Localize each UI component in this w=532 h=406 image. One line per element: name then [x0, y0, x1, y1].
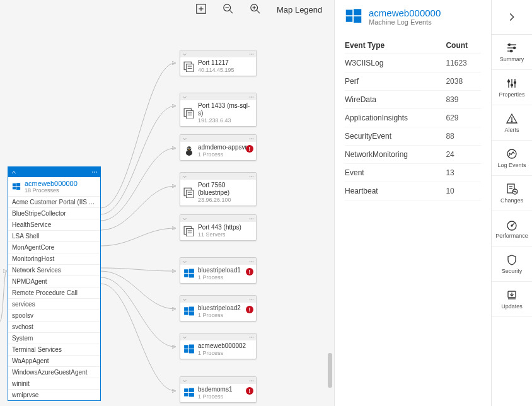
- rail-changes[interactable]: Changes: [492, 176, 532, 211]
- dependency-node[interactable]: acmeweb0000021 Process: [180, 333, 257, 359]
- rail-performance[interactable]: Performance: [492, 211, 532, 246]
- count-cell: 13: [446, 164, 481, 182]
- event-type-cell: WireData: [345, 91, 446, 109]
- dots-icon[interactable]: [249, 378, 254, 383]
- chevron-up-icon[interactable]: [11, 169, 17, 175]
- dots-icon[interactable]: [249, 174, 254, 179]
- rail-label: Updates: [501, 303, 523, 310]
- dots-icon[interactable]: [249, 52, 254, 57]
- process-item[interactable]: NPMDAgent: [8, 276, 100, 287]
- table-row[interactable]: SecurityEvent88: [345, 127, 481, 146]
- machine-card[interactable]: acmeweb000000 18 Processes Acme Customer…: [8, 166, 101, 401]
- process-item[interactable]: HealthService: [8, 219, 100, 230]
- chevron-down-icon[interactable]: [182, 259, 187, 264]
- rail-label: Summary: [500, 56, 524, 62]
- svg-line-46: [257, 11, 260, 14]
- rail-summary[interactable]: Summary: [492, 35, 532, 70]
- dots-icon[interactable]: [249, 216, 254, 221]
- win-icon: [183, 306, 195, 317]
- process-list: Acme Customer Portal (IIS App …BlueStrip…: [8, 196, 100, 400]
- chevron-down-icon[interactable]: [182, 174, 187, 179]
- chevron-down-icon[interactable]: [182, 378, 187, 383]
- rail-properties[interactable]: Properties: [492, 70, 532, 105]
- chevron-down-icon[interactable]: [182, 335, 187, 340]
- error-badge[interactable]: !: [246, 387, 253, 395]
- chevron-down-icon[interactable]: [182, 52, 187, 57]
- scrollbar-thumb[interactable]: [328, 353, 332, 388]
- event-type-cell: Perf: [345, 72, 446, 91]
- machine-sub: 18 Processes: [25, 187, 78, 194]
- process-item[interactable]: svchost: [8, 321, 100, 332]
- dependency-node[interactable]: Port 1433 (ms-sql-s)191.238.6.43: [180, 93, 257, 127]
- process-item[interactable]: wmiprvse: [8, 389, 100, 400]
- map-legend-link[interactable]: Map Legend: [277, 5, 322, 14]
- process-item[interactable]: BlueStripeCollector: [8, 207, 100, 219]
- rail-security[interactable]: Security: [492, 246, 532, 282]
- process-item[interactable]: Remote Procedure Call: [8, 287, 100, 298]
- dependency-node[interactable]: Port 1121740.114.45.195: [180, 50, 257, 76]
- rail-logevents[interactable]: Log Events: [492, 141, 532, 176]
- node-sub: 1 Process: [198, 393, 232, 400]
- dependency-node[interactable]: Port 443 (https)11 Servers: [180, 214, 257, 241]
- win-icon: [183, 344, 195, 355]
- map-area: acmeweb000000 18 Processes Acme Customer…: [0, 19, 334, 406]
- process-item[interactable]: Acme Customer Portal (IIS App …: [8, 196, 100, 207]
- node-title: Port 443 (https): [198, 224, 241, 231]
- event-table: Event Type Count W3CIISLog11623Perf2038W…: [345, 37, 481, 200]
- zoom-in-icon[interactable]: [250, 3, 261, 16]
- details-title: acmeweb000000: [369, 8, 441, 18]
- win-icon: [183, 268, 195, 279]
- dots-icon[interactable]: [249, 335, 254, 340]
- machine-card-header: [8, 167, 100, 177]
- process-item[interactable]: Network Services: [8, 264, 100, 276]
- error-badge[interactable]: !: [246, 145, 253, 153]
- table-row[interactable]: Event13: [345, 164, 481, 182]
- process-item[interactable]: MonitoringHost: [8, 253, 100, 264]
- process-item[interactable]: services: [8, 298, 100, 310]
- collapse-button[interactable]: [492, 0, 532, 35]
- node-header: [180, 173, 256, 180]
- node-sub: 191.238.6.43: [198, 117, 253, 124]
- dots-icon[interactable]: [249, 95, 254, 100]
- dependency-node[interactable]: Port 7560 (bluestripe)23.96.26.100: [180, 172, 257, 206]
- zoom-out-icon[interactable]: [223, 3, 234, 16]
- win-icon: [183, 387, 195, 398]
- process-item[interactable]: MonAgentCore: [8, 241, 100, 253]
- process-item[interactable]: LSA Shell: [8, 230, 100, 241]
- table-row[interactable]: Perf2038: [345, 72, 481, 91]
- dependency-node[interactable]: bluestripeload21 Process !: [180, 295, 257, 322]
- node-sub: 1 Process: [198, 274, 241, 281]
- table-row[interactable]: W3CIISLog11623: [345, 54, 481, 72]
- details-sub: Machine Log Events: [369, 18, 441, 26]
- dots-icon[interactable]: [249, 136, 254, 141]
- dependency-node[interactable]: bsdemoms11 Process !: [180, 376, 257, 403]
- error-badge[interactable]: !: [246, 306, 253, 313]
- process-item[interactable]: System: [8, 332, 100, 344]
- chevron-down-icon[interactable]: [182, 297, 187, 302]
- process-item[interactable]: WaAppAgent: [8, 355, 100, 366]
- fit-icon[interactable]: [195, 3, 207, 16]
- rail-label: Alerts: [504, 127, 519, 133]
- process-item[interactable]: WindowsAzureGuestAgent: [8, 366, 100, 378]
- dots-icon[interactable]: [91, 169, 98, 175]
- table-row[interactable]: WireData839: [345, 91, 481, 109]
- chevron-down-icon[interactable]: [182, 216, 187, 221]
- dependency-node[interactable]: admdemo-appsvr1 Process !: [180, 134, 257, 161]
- process-item[interactable]: wininit: [8, 378, 100, 389]
- node-title: bluestripeload2: [198, 304, 241, 312]
- summary-icon: [506, 42, 518, 54]
- error-badge[interactable]: !: [246, 268, 253, 276]
- process-item[interactable]: spoolsv: [8, 310, 100, 321]
- chevron-down-icon[interactable]: [182, 95, 187, 100]
- rail-updates[interactable]: Updates: [492, 282, 532, 317]
- process-item[interactable]: Terminal Services: [8, 344, 100, 355]
- dots-icon[interactable]: [249, 259, 254, 264]
- table-row[interactable]: NetworkMonitoring24: [345, 146, 481, 164]
- table-row[interactable]: Heartbeat10: [345, 182, 481, 200]
- rail-alerts[interactable]: Alerts: [492, 105, 532, 141]
- chevron-down-icon[interactable]: [182, 136, 187, 141]
- dependency-node[interactable]: bluestripeload11 Process !: [180, 257, 257, 284]
- table-row[interactable]: ApplicationInsights629: [345, 109, 481, 127]
- dots-icon[interactable]: [249, 297, 254, 302]
- node-sub: 40.114.45.195: [198, 67, 234, 74]
